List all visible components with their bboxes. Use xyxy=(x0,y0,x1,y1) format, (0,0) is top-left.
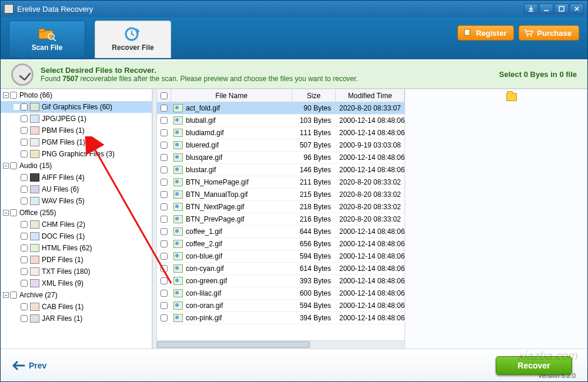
table-row[interactable]: coffee_2.gif656 Bytes2000-12-14 08:48:06 xyxy=(157,238,405,250)
sidebar-checkbox[interactable] xyxy=(21,268,28,275)
sidebar-checkbox[interactable] xyxy=(21,186,28,193)
table-row[interactable]: bluered.gif507 Bytes2000-9-19 03:03:08 xyxy=(157,139,405,152)
sidebar-item[interactable]: PNG Graphics Files (3) xyxy=(1,148,152,160)
sidebar-item[interactable]: −Archive (27) xyxy=(1,289,152,301)
prev-button[interactable]: Prev xyxy=(12,361,46,370)
row-checkbox[interactable] xyxy=(161,166,168,173)
sidebar-item[interactable]: JPG/JPEG (1) xyxy=(1,113,152,125)
table-row[interactable]: BTN_ManualTop.gif215 Bytes2020-8-20 08:3… xyxy=(157,189,405,201)
sidebar-checkbox[interactable] xyxy=(21,221,28,228)
row-checkbox[interactable] xyxy=(161,129,168,136)
horizontal-scrollbar[interactable] xyxy=(157,340,405,349)
sidebar-checkbox[interactable] xyxy=(21,139,28,146)
row-checkbox[interactable] xyxy=(161,105,168,112)
collapse-icon[interactable]: − xyxy=(3,163,9,169)
sidebar-item[interactable]: −Audio (15) xyxy=(1,160,152,172)
row-checkbox[interactable] xyxy=(161,265,168,272)
sidebar-item[interactable]: DOC Files (1) xyxy=(1,230,152,242)
column-check-header[interactable] xyxy=(157,89,171,102)
sidebar-item[interactable]: XML Files (9) xyxy=(1,277,152,289)
table-row[interactable]: blustar.gif146 Bytes2000-12-14 08:48:06 xyxy=(157,164,405,176)
column-size-header[interactable]: Size xyxy=(292,89,336,102)
row-checkbox[interactable] xyxy=(161,290,168,297)
maximize-button[interactable] xyxy=(554,4,569,14)
row-checkbox[interactable] xyxy=(161,277,168,284)
table-row[interactable]: bludiamd.gif111 Bytes2000-12-14 08:48:06 xyxy=(157,127,405,139)
row-checkbox[interactable] xyxy=(161,179,168,186)
row-checkbox[interactable] xyxy=(161,154,168,161)
sidebar-checkbox[interactable] xyxy=(10,162,17,169)
sidebar-checkbox[interactable] xyxy=(10,92,17,99)
sidebar-item[interactable]: HTML Files (62) xyxy=(1,242,152,254)
row-checkbox[interactable] xyxy=(161,191,168,198)
sidebar-item[interactable]: WAV Files (5) xyxy=(1,195,152,207)
sidebar-checkbox[interactable] xyxy=(21,115,28,122)
register-button[interactable]: Register xyxy=(457,25,514,41)
row-checkbox[interactable] xyxy=(161,302,168,309)
sidebar-item[interactable]: JAR Files (1) xyxy=(1,313,152,324)
table-row[interactable]: con-blue.gif594 Bytes2000-12-14 08:48:06 xyxy=(157,250,405,263)
tab-scan-file[interactable]: Scan File xyxy=(9,21,85,58)
collapse-icon[interactable]: − xyxy=(3,292,9,298)
file-image-icon xyxy=(173,301,183,310)
close-button[interactable] xyxy=(570,4,584,14)
table-row[interactable]: con-cyan.gif614 Bytes2000-12-14 08:48:06 xyxy=(157,263,405,275)
sidebar-item[interactable]: Gif Graphics Files (60) xyxy=(1,101,152,113)
row-checkbox[interactable] xyxy=(161,117,168,124)
sidebar-item[interactable]: AIFF Files (4) xyxy=(1,172,152,183)
sidebar-checkbox[interactable] xyxy=(21,233,28,240)
row-checkbox[interactable] xyxy=(161,203,168,210)
row-checkbox[interactable] xyxy=(161,240,168,247)
table-row[interactable]: BTN_NextPage.gif218 Bytes2020-8-20 08:33… xyxy=(157,201,405,213)
sidebar-checkbox[interactable] xyxy=(21,244,28,252)
table-row[interactable]: bluball.gif103 Bytes2000-12-14 08:48:06 xyxy=(157,115,405,127)
sidebar-checkbox[interactable] xyxy=(10,291,17,299)
row-checkbox[interactable] xyxy=(161,253,168,260)
sidebar-checkbox[interactable] xyxy=(21,280,28,287)
minimize-button[interactable] xyxy=(539,4,553,14)
row-checkbox[interactable] xyxy=(161,216,168,223)
row-checkbox[interactable] xyxy=(161,314,168,321)
table-row[interactable]: con-pink.gif394 Bytes2000-12-14 08:48:06 xyxy=(157,312,405,324)
table-row[interactable]: BTN_PrevPage.gif216 Bytes2020-8-20 08:33… xyxy=(157,213,405,226)
table-row[interactable]: coffee_1.gif644 Bytes2000-12-14 08:48:06 xyxy=(157,226,405,238)
sidebar-checkbox[interactable] xyxy=(21,127,28,134)
sidebar-checkbox[interactable] xyxy=(10,209,17,216)
collapse-icon[interactable]: − xyxy=(3,92,9,98)
splitter[interactable] xyxy=(152,89,157,349)
sidebar-item[interactable]: CHM Files (2) xyxy=(1,219,152,230)
sidebar-item[interactable]: CAB Files (1) xyxy=(1,301,152,313)
sidebar-checkbox[interactable] xyxy=(21,303,28,310)
table-row[interactable]: BTN_HomePage.gif211 Bytes2020-8-20 08:33… xyxy=(157,176,405,189)
table-row[interactable]: con-lilac.gif600 Bytes2000-12-14 08:48:0… xyxy=(157,287,405,300)
sidebar-checkbox[interactable] xyxy=(21,256,28,263)
collapse-icon[interactable]: − xyxy=(3,210,9,216)
table-row[interactable]: con-oran.gif594 Bytes2000-12-14 08:48:06 xyxy=(157,300,405,312)
table-row[interactable]: blusqare.gif96 Bytes2000-12-14 08:48:06 xyxy=(157,152,405,164)
sidebar-checkbox[interactable] xyxy=(21,174,28,181)
purchase-button[interactable]: Purchase xyxy=(519,25,579,41)
sidebar-checkbox[interactable] xyxy=(21,150,28,158)
scrollbar-thumb[interactable] xyxy=(157,341,310,348)
category-sidebar[interactable]: −Photo (66)Gif Graphics Files (60)JPG/JP… xyxy=(1,89,152,349)
column-modified-header[interactable]: Modified Time xyxy=(336,89,405,102)
column-name-header[interactable]: File Name xyxy=(171,89,292,102)
sidebar-checkbox[interactable] xyxy=(21,103,28,110)
sidebar-item[interactable]: AU Files (6) xyxy=(1,183,152,195)
sidebar-item[interactable]: PDF Files (1) xyxy=(1,254,152,266)
download-button[interactable] xyxy=(524,4,538,14)
tab-recover-file[interactable]: Recover File xyxy=(95,21,171,58)
sidebar-item[interactable]: TXT Files (180) xyxy=(1,266,152,277)
select-all-checkbox[interactable] xyxy=(161,92,168,99)
row-checkbox[interactable] xyxy=(161,228,168,235)
sidebar-item[interactable]: PGM Files (1) xyxy=(1,136,152,148)
sidebar-item[interactable]: −Photo (66) xyxy=(1,89,152,101)
table-row[interactable]: act_fold.gif90 Bytes2020-8-20 08:33:07 xyxy=(157,102,405,115)
sidebar-checkbox[interactable] xyxy=(21,197,28,205)
sidebar-checkbox[interactable] xyxy=(21,315,28,322)
sidebar-item[interactable]: −Office (255) xyxy=(1,207,152,219)
sidebar-item[interactable]: PBM Files (1) xyxy=(1,125,152,136)
row-checkbox[interactable] xyxy=(161,142,168,149)
file-list[interactable]: act_fold.gif90 Bytes2020-8-20 08:33:07bl… xyxy=(157,102,405,340)
table-row[interactable]: con-green.gif393 Bytes2000-12-14 08:48:0… xyxy=(157,275,405,287)
